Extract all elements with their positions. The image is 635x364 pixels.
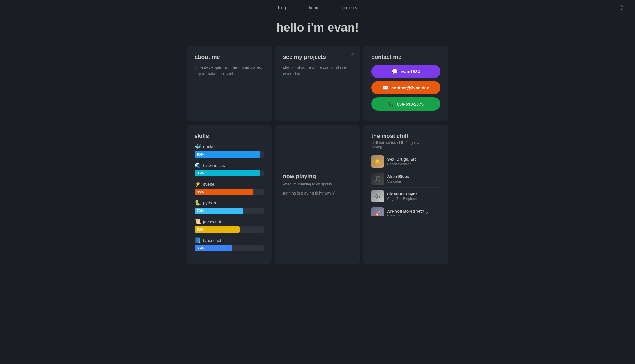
song-name-4: Are You Bored Yet? (. [387, 209, 440, 214]
email-button[interactable]: ✉️ contact@3van.dev [371, 81, 440, 94]
email-icon: ✉️ [383, 85, 389, 91]
about-title: about me [195, 54, 264, 60]
ts-icon: 📘 [195, 237, 201, 243]
discord-button[interactable]: 💬 evan1984 [371, 65, 440, 78]
song-thumb-1: ☀️ [371, 155, 384, 168]
email-label: contact@3van.dev [391, 85, 429, 90]
docker-bar: 95% [195, 151, 260, 158]
chill-subtitle: chill but not too chill if u get what im… [371, 140, 440, 149]
song-info-2: Alien Blues Vundabar [387, 174, 440, 183]
projects-title: see my projects [283, 54, 352, 60]
song-artist-1: Beach Weather [387, 162, 440, 166]
skill-svelte: ⚡svelte 85% [195, 181, 264, 195]
js-label: javascript [203, 219, 221, 224]
svelte-bar: 85% [195, 189, 253, 195]
song-thumb-3: 🎶 [371, 190, 384, 202]
tailwind-label: tailwind css [203, 163, 225, 168]
song-info-4: Are You Bored Yet? (. Wallows [387, 209, 440, 216]
song-info-3: Cigarette Daydr... Cage The Elephant [387, 192, 440, 201]
page-title: hello i'm evan! [0, 21, 635, 34]
song-item-4[interactable]: 🎸 Are You Bored Yet? (. Wallows [371, 205, 440, 216]
contact-title: contact me [371, 54, 440, 60]
song-name-1: Sex, Drugs, Etc. [387, 157, 440, 162]
song-list[interactable]: ☀️ Sex, Drugs, Etc. Beach Weather 🎵 Alie… [371, 153, 440, 216]
python-bar: 70% [195, 208, 243, 214]
docker-icon: 🐳 [195, 143, 201, 150]
skills-title: skills [195, 133, 264, 139]
skill-python: 🐍python 70% [195, 200, 264, 214]
most-chill-card: the most chill chill but not too chill i… [363, 125, 448, 264]
now-playing-card: now playing what i'm listening to on spo… [275, 125, 360, 264]
song-artist-4: Wallows [387, 214, 440, 216]
now-playing-title: now playing [283, 173, 352, 180]
skill-javascript: 📜javascript 65% [195, 218, 264, 233]
skill-tailwind: 🌊tailwind css 95% [195, 162, 264, 176]
arrow-icon: ↗ [351, 51, 355, 57]
song-thumb-4: 🎸 [371, 207, 384, 216]
ts-bar: 55% [195, 245, 232, 251]
phone-button[interactable]: 📞 656-698-2375 [371, 97, 440, 111]
about-description: i'm a developer from the united states. … [195, 64, 264, 77]
chill-title: the most chill [371, 133, 440, 139]
projects-card[interactable]: ↗ see my projects check out some of the … [275, 46, 360, 121]
contact-card: contact me 💬 evan1984 ✉️ contact@3van.de… [363, 46, 448, 121]
python-icon: 🐍 [195, 200, 201, 206]
projects-description: check out some of the cool stuff i've wo… [283, 64, 352, 77]
nav-links: blog home projects [278, 5, 357, 10]
ts-label: typescript [203, 238, 221, 243]
song-artist-2: Vundabar [387, 179, 440, 183]
discord-label: evan1984 [401, 69, 420, 74]
song-item-3[interactable]: 🎶 Cigarette Daydr... Cage The Elephant [371, 188, 440, 205]
js-bar: 65% [195, 226, 240, 233]
skill-docker: 🐳docker 95% [195, 143, 264, 158]
song-item-1[interactable]: ☀️ Sex, Drugs, Etc. Beach Weather [371, 153, 440, 170]
skill-typescript: 📘typescript 55% [195, 237, 264, 251]
nav-home[interactable]: home [309, 5, 319, 10]
song-item-2[interactable]: 🎵 Alien Blues Vundabar [371, 170, 440, 188]
song-thumb-2: 🎵 [371, 173, 384, 185]
song-name-3: Cigarette Daydr... [387, 192, 440, 196]
python-label: python [203, 200, 216, 205]
svelte-icon: ⚡ [195, 181, 201, 187]
song-artist-3: Cage The Elephant [387, 197, 440, 201]
about-card: about me i'm a developer from the united… [187, 46, 272, 121]
tailwind-icon: 🌊 [195, 162, 201, 168]
skills-card: skills 🐳docker 95% 🌊tailwind css 95% ⚡sv… [187, 125, 272, 264]
song-info-1: Sex, Drugs, Etc. Beach Weather [387, 157, 440, 166]
nav-projects[interactable]: projects [342, 5, 357, 10]
svelte-label: svelte [203, 182, 214, 187]
song-name-2: Alien Blues [387, 174, 440, 179]
now-playing-status: nothing is playing right now :( [283, 191, 352, 195]
dark-mode-toggle[interactable]: ☽ [618, 4, 624, 11]
now-playing-subtitle: what i'm listening to on spotify. [283, 182, 352, 186]
js-icon: 📜 [195, 218, 201, 225]
phone-label: 656-698-2375 [397, 102, 423, 106]
phone-icon: 📞 [388, 101, 394, 107]
docker-label: docker [203, 144, 216, 149]
nav-blog[interactable]: blog [278, 5, 286, 10]
main-grid: about me i'm a developer from the united… [181, 46, 454, 264]
navigation: blog home projects ☽ [0, 0, 635, 15]
tailwind-bar: 95% [195, 170, 260, 176]
discord-icon: 💬 [392, 69, 398, 75]
